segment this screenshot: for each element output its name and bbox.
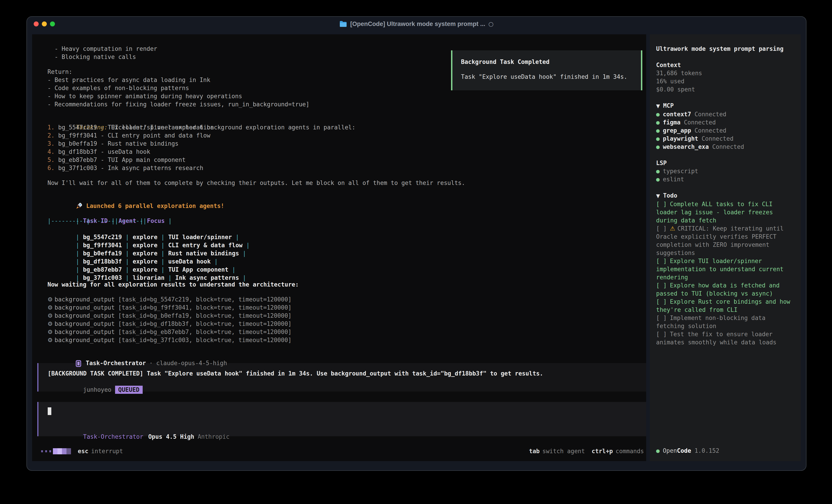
esc-key-hint: esc bbox=[78, 448, 88, 454]
mcp-section: ▼MCP ●context7Connected ●figmaConnected … bbox=[656, 102, 796, 151]
waiting-line: Now waiting for all exploration results … bbox=[32, 280, 646, 288]
status-bar: escinterrupt tabswitch agent ctrl+pcomma… bbox=[41, 447, 644, 455]
status-badge: QUEUED bbox=[115, 386, 142, 394]
terminal-main[interactable]: - Heavy computation in render - Blocking… bbox=[32, 34, 646, 461]
sidebar: Ultrawork mode system prompt parsing Con… bbox=[650, 34, 801, 461]
window-title-wrap: [OpenCode] Ultrawork mode system prompt … bbox=[27, 17, 806, 31]
todo-item: [ ]Test the fix to ensure loader animate… bbox=[656, 330, 796, 346]
toast-notification: Background Task Completed Task "Explore … bbox=[451, 50, 642, 90]
tool-call-line: ⚙background_output[task_id=bg_f9ff3041, … bbox=[32, 304, 646, 312]
todo-heading[interactable]: ▼Todo bbox=[656, 192, 796, 200]
lsp-item: ●typescript bbox=[656, 167, 796, 175]
notification-title: Background Task Completed bbox=[461, 58, 632, 66]
tool-call-line: ⚙background_output[task_id=bg_b0effa19, … bbox=[32, 312, 646, 320]
agent-status-line: Task-Orchestrator·claude-opus-4-5-high bbox=[32, 351, 646, 359]
status-dot-icon: ● bbox=[656, 111, 660, 118]
mcp-item: ●playwrightConnected bbox=[656, 135, 796, 143]
tool-call-line: ⚙background_output[task_id=bg_37f1c003, … bbox=[32, 336, 646, 344]
app-version: 1.0.152 bbox=[695, 447, 720, 454]
todo-item: [ ]Explore TUI loader/spinner implementa… bbox=[656, 257, 796, 281]
todo-item: [ ]⚠CRITICAL: Keep iterating until Oracl… bbox=[656, 224, 796, 257]
lsp-section: LSP ●typescript ●eslint bbox=[656, 159, 796, 184]
chevron-down-icon: ▼ bbox=[656, 103, 660, 109]
status-dot-icon: ● bbox=[656, 135, 660, 142]
text-cursor[interactable] bbox=[48, 408, 51, 415]
window-title: [OpenCode] Ultrawork mode system prompt … bbox=[350, 21, 485, 28]
terminal-line: - How to keep spinner animating during h… bbox=[32, 92, 646, 100]
gear-icon: ⚙ bbox=[48, 337, 53, 343]
launch-banner: Launched 6 parallel exploration agents! bbox=[32, 194, 646, 202]
context-spent: $0.00 spent bbox=[656, 85, 796, 93]
gear-icon: ⚙ bbox=[48, 304, 53, 311]
context-used: 16% used bbox=[656, 77, 796, 85]
brand-name: Open bbox=[663, 447, 677, 454]
tool-call-line: ⚙background_output[task_id=bg_5547c219, … bbox=[32, 296, 646, 304]
input-agent-label: Task-Orchestrator bbox=[83, 433, 144, 440]
gear-icon: ⚙ bbox=[48, 312, 53, 319]
agent-list-item: 5.bg_eb87ebb7 - TUI App main component bbox=[32, 156, 646, 164]
agent-list-item: 4.bg_df18bb3f - useData hook bbox=[32, 148, 646, 156]
mcp-heading[interactable]: ▼MCP bbox=[656, 102, 796, 110]
todo-item: [ ]Explore Rust core bindings and how th… bbox=[656, 298, 796, 314]
todo-item: [ ]Complete ALL tasks to fix CLI loader … bbox=[656, 200, 796, 224]
terminal-line: - Recommendations for fixing loader free… bbox=[32, 100, 646, 108]
input-model-label: Opus 4.5 High bbox=[148, 433, 194, 440]
lsp-heading: LSP bbox=[656, 159, 796, 167]
todo-item: [ ]Explore how data is fetched and passe… bbox=[656, 281, 796, 298]
checkbox-icon: [ ] bbox=[656, 331, 667, 338]
mcp-item: ●context7Connected bbox=[656, 110, 796, 118]
tool-call-line: ⚙background_output[task_id=bg_df18bb3f, … bbox=[32, 320, 646, 328]
checkbox-icon: [ ] bbox=[656, 258, 667, 264]
input-provider-label: Anthropic bbox=[198, 433, 230, 440]
context-section: Context 31,686 tokens 16% used $0.00 spe… bbox=[656, 61, 796, 93]
mcp-item: ●websearch_exaConnected bbox=[656, 143, 796, 151]
agent-model: claude-opus-4-5-high bbox=[156, 360, 227, 366]
checkbox-icon: [ ] bbox=[656, 282, 667, 289]
status-dot-icon: ● bbox=[656, 447, 660, 454]
todo-item: [ ]Implement non-blocking data fetching … bbox=[656, 314, 796, 330]
checkbox-icon: [ ] bbox=[656, 201, 667, 207]
gear-icon: ⚙ bbox=[48, 329, 53, 335]
prompt-input[interactable]: Task-OrchestratorOpus 4.5 HighAnthropic bbox=[37, 402, 646, 436]
context-tokens: 31,686 tokens bbox=[656, 69, 796, 77]
agent-icon bbox=[76, 360, 81, 367]
status-dot-icon: ● bbox=[656, 143, 660, 150]
app-version-footer: ●OpenCode1.0.152 bbox=[656, 447, 719, 455]
username: junhoyeo bbox=[83, 386, 111, 393]
input-footer: Task-OrchestratorOpus 4.5 HighAnthropic bbox=[48, 424, 640, 432]
spinner-dots bbox=[41, 450, 51, 452]
rocket-icon bbox=[76, 202, 83, 209]
todo-section: ▼Todo [ ]Complete ALL tasks to fix CLI l… bbox=[656, 192, 796, 346]
agent-list-item: 3.bg_b0effa19 - Rust native bindings bbox=[32, 140, 646, 148]
context-heading: Context bbox=[656, 61, 796, 69]
notification-body: Task "Explore useData hook" finished in … bbox=[461, 73, 632, 81]
folder-icon bbox=[339, 21, 347, 27]
table-separator-row: |----------|-------|-------| bbox=[32, 217, 646, 225]
tab-key-hint: tab bbox=[529, 448, 540, 454]
status-dot-icon: ● bbox=[656, 127, 660, 134]
status-dot-icon: ● bbox=[656, 119, 660, 126]
checkbox-icon: [ ] bbox=[656, 225, 667, 232]
mcp-item: ●figmaConnected bbox=[656, 118, 796, 127]
spinner-icon bbox=[53, 448, 71, 454]
background-task-message: [BACKGROUND TASK COMPLETED] Task "Explor… bbox=[37, 363, 646, 392]
tool-call-line: ⚙background_output[task_id=bg_eb87ebb7, … bbox=[32, 328, 646, 336]
agent-name: Task-Orchestrator bbox=[86, 360, 146, 366]
wait-line: Now I'll wait for all of them to complet… bbox=[32, 179, 646, 187]
table-row: |bg_5547c219|explore|TUI loader/spinner| bbox=[32, 225, 646, 233]
agent-list-item: 2.bg_f9ff3041 - CLI entry point and data… bbox=[32, 132, 646, 140]
gear-icon: ⚙ bbox=[48, 320, 53, 327]
app-window: [OpenCode] Ultrawork mode system prompt … bbox=[26, 16, 806, 471]
chevron-down-icon: ▼ bbox=[656, 193, 660, 199]
message-text: [BACKGROUND TASK COMPLETED] Task "Explor… bbox=[48, 369, 640, 377]
checkbox-icon: [ ] bbox=[656, 314, 667, 321]
mcp-item: ●grep_appConnected bbox=[656, 127, 796, 135]
title-bar: [OpenCode] Ultrawork mode system prompt … bbox=[27, 17, 806, 31]
status-dot-icon: ● bbox=[656, 176, 660, 183]
status-dot-icon: ● bbox=[656, 168, 660, 174]
checkbox-icon: [ ] bbox=[656, 298, 667, 305]
warning-icon: ⚠ bbox=[670, 225, 675, 232]
sidebar-title: Ultrawork mode system prompt parsing bbox=[656, 45, 796, 53]
lsp-item: ●eslint bbox=[656, 175, 796, 184]
ctrlp-key-hint: ctrl+p bbox=[592, 448, 613, 454]
